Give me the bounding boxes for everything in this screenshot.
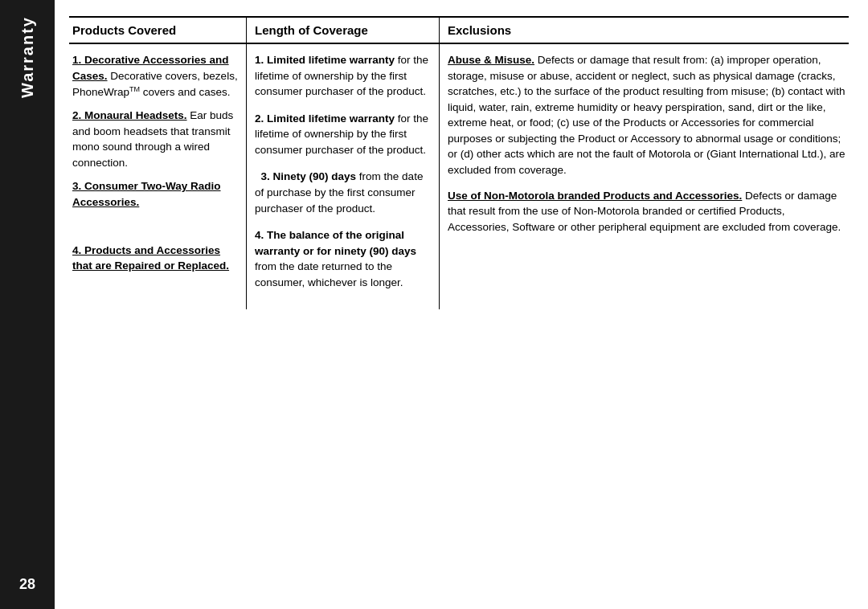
exclusions-heading-1: Abuse & Misuse. <box>448 54 534 66</box>
products-column: 1. Decorative Accessories and Cases. Dec… <box>69 44 246 309</box>
coverage-4-bold: 4. The balance of the original warranty … <box>255 229 416 257</box>
header-coverage: Length of Coverage <box>246 18 439 43</box>
product-4-label-bold: 4. Products and Accessories that are Rep… <box>72 244 229 272</box>
product-3-label-bold: 3. Consumer Two-Way Radio Accessories. <box>72 180 221 208</box>
product-item-1: 1. Decorative Accessories and Cases. Dec… <box>72 52 238 100</box>
product-2-label-bold: 2. Monaural Headsets. <box>72 109 187 121</box>
coverage-3-bold: 3. Ninety (90) days <box>261 170 357 182</box>
product-item-3: 3. Consumer Two-Way Radio Accessories. <box>72 178 238 210</box>
coverage-item-1: 1. Limited lifetime warranty for the lif… <box>255 52 431 100</box>
sidebar-page-number: 28 <box>19 576 35 593</box>
coverage-item-2: 2. Limited lifetime warranty for the lif… <box>255 111 431 158</box>
header-exclusions: Exclusions <box>439 18 849 43</box>
header-products: Products Covered <box>69 18 246 43</box>
coverage-2-bold: 2. Limited lifetime warranty <box>255 112 395 125</box>
sidebar: Warranty 28 <box>0 0 55 609</box>
warranty-table: Products Covered Length of Coverage Excl… <box>69 16 849 309</box>
main-content: Products Covered Length of Coverage Excl… <box>55 0 868 609</box>
coverage-item-4: 4. The balance of the original warranty … <box>255 227 431 290</box>
table-data-row: 1. Decorative Accessories and Cases. Dec… <box>69 44 849 309</box>
product-item-4: 4. Products and Accessories that are Rep… <box>72 243 238 274</box>
coverage-1-bold: 1. Limited lifetime warranty <box>255 54 395 66</box>
product-item-2: 2. Monaural Headsets. Ear buds and boom … <box>72 108 238 170</box>
table-header-row: Products Covered Length of Coverage Excl… <box>69 16 849 44</box>
coverage-column: 1. Limited lifetime warranty for the lif… <box>246 44 439 309</box>
exclusions-column: Abuse & Misuse. Defects or damage that r… <box>439 44 849 309</box>
sidebar-warranty-label: Warranty <box>18 16 37 98</box>
exclusions-heading-2: Use of Non-Motorola branded Products and… <box>448 190 742 202</box>
exclusions-text-1: Defects or damage that result from: (a) … <box>448 54 845 176</box>
coverage-item-3: 3. Ninety (90) days from the date of pur… <box>255 169 431 216</box>
coverage-3-indent <box>255 170 258 182</box>
exclusions-section-1: Abuse & Misuse. Defects or damage that r… <box>448 52 845 178</box>
exclusions-section-2: Use of Non-Motorola branded Products and… <box>448 188 845 235</box>
coverage-4-regular: from the date returned to the consumer, … <box>255 260 403 288</box>
